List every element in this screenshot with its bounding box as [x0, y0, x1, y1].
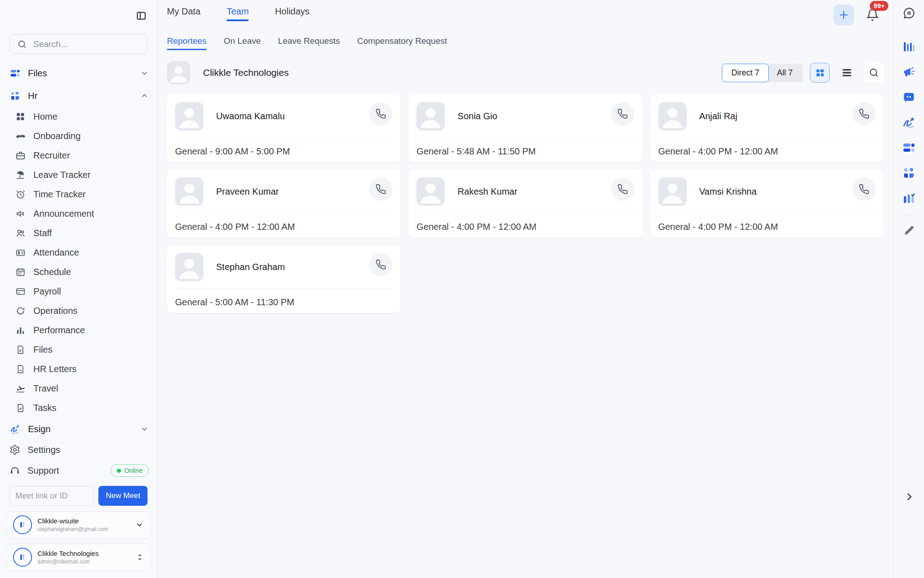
employee-avatar: [658, 177, 687, 206]
employee-card[interactable]: Vamsi Krishna General - 4:00 PM - 12:00 …: [650, 170, 884, 238]
sidebar-item-leave-tracker[interactable]: Leave Tracker: [0, 165, 157, 185]
shift-text: General - 5:48 AM - 11:50 PM: [416, 146, 634, 157]
call-button[interactable]: [369, 253, 393, 276]
search-team-button[interactable]: [864, 63, 884, 83]
search-icon: [17, 39, 27, 49]
meet-link-input[interactable]: [9, 486, 94, 506]
employee-card[interactable]: Stephan Graham General - 5:00 AM - 11:30…: [167, 245, 401, 313]
tab-team[interactable]: Team: [226, 6, 249, 21]
call-button[interactable]: [369, 177, 393, 201]
notifications-button[interactable]: 99+: [866, 8, 879, 22]
sidebar-section-hr[interactable]: Hr: [0, 84, 157, 107]
divider: [175, 138, 393, 138]
employee-name: Anjali Raj: [699, 111, 852, 121]
sidebar-item-recruiter[interactable]: Recruiter: [0, 146, 157, 165]
call-button[interactable]: [852, 177, 876, 201]
letter-icon: [15, 364, 26, 375]
employee-name: Sonia Gio: [457, 111, 610, 121]
collapse-sidebar-button[interactable]: [134, 9, 148, 23]
account-email: admin@clikkmail.com: [37, 559, 130, 565]
sidebar-item-support[interactable]: Support Online: [0, 461, 157, 480]
shift-text: General - 9:00 AM - 5:00 PM: [175, 146, 393, 157]
add-button[interactable]: [833, 5, 854, 25]
sidebar-item-performance[interactable]: Performance: [0, 321, 157, 340]
sidebar-item-staff[interactable]: Staff: [0, 224, 157, 243]
employee-card[interactable]: Rakesh Kumar General - 4:00 PM - 12:00 A…: [408, 170, 642, 238]
calendar-icon: [15, 267, 26, 278]
campaign-app-icon[interactable]: [901, 64, 917, 79]
tab-holidays[interactable]: Holidays: [275, 6, 310, 21]
sidebar-section-label: Hr: [28, 91, 133, 101]
sidebar-item-time-tracker[interactable]: Time Tracker: [0, 185, 157, 204]
account-email: stephandgraham@gmail.com: [37, 526, 129, 532]
projects-app-icon[interactable]: [901, 191, 917, 206]
search-icon: [869, 67, 879, 78]
sidebar-item-announcement[interactable]: Announcement: [0, 204, 157, 224]
sidebar-item-attendance[interactable]: Attendance: [0, 243, 157, 262]
sidebar-item-tasks[interactable]: Tasks: [0, 398, 157, 418]
sidebar-item-files[interactable]: Files: [0, 340, 157, 359]
list-view-button[interactable]: [837, 63, 857, 83]
chevron-down-icon: [140, 69, 149, 78]
direct-filter-button[interactable]: Direct 7: [722, 64, 769, 82]
plus-icon: [838, 9, 850, 21]
pencil-icon[interactable]: [901, 223, 917, 238]
sidebar-item-travel[interactable]: Travel: [0, 379, 157, 398]
chat-button[interactable]: [901, 5, 917, 21]
sidebar-search[interactable]: [9, 34, 148, 54]
sidebar-item-schedule[interactable]: Schedule: [0, 262, 157, 282]
tab-my-data[interactable]: My Data: [167, 6, 200, 21]
employee-name: Vamsi Krishna: [699, 186, 852, 197]
all-filter-button[interactable]: All 7: [767, 64, 803, 82]
chatbot-app-icon[interactable]: [901, 89, 917, 105]
files-app-icon[interactable]: [901, 140, 917, 155]
search-input[interactable]: [33, 39, 140, 49]
sidebar-item-home[interactable]: Home: [0, 107, 157, 126]
sidebar-section-label: Files: [28, 68, 133, 79]
subtab-leave-requests[interactable]: Leave Requests: [278, 36, 340, 50]
account-switcher-wsuite[interactable]: Clikkle-wsuite stephandgraham@gmail.com: [6, 511, 151, 538]
online-dot-icon: [117, 469, 121, 473]
grid-view-button[interactable]: [810, 63, 830, 83]
phone-icon: [617, 108, 628, 119]
sidebar-item-settings[interactable]: Settings: [0, 441, 157, 459]
plane-icon: [15, 383, 26, 394]
employee-card[interactable]: Uwaoma Kamalu General - 9:00 AM - 5:00 P…: [167, 94, 401, 162]
subtab-on-leave[interactable]: On Leave: [224, 36, 261, 50]
employee-avatar: [658, 102, 687, 131]
sidebar-item-hr-letters[interactable]: HR Letters: [0, 359, 157, 379]
employee-avatar: [416, 177, 445, 206]
call-button[interactable]: [852, 102, 876, 126]
new-meet-button[interactable]: New Meet: [98, 486, 148, 506]
call-button[interactable]: [611, 177, 634, 201]
document-icon: [15, 345, 26, 355]
status-badge: Online: [111, 464, 149, 477]
call-button[interactable]: [611, 102, 634, 126]
analytics-app-icon[interactable]: [901, 39, 917, 54]
employee-card[interactable]: Sonia Gio General - 5:48 AM - 11:50 PM: [408, 94, 642, 162]
subtab-compensatory-request[interactable]: Compensatory Request: [357, 36, 447, 50]
gear-icon: [9, 444, 20, 455]
sidebar-nav: Files Hr Home Onboarding Recruiter: [0, 62, 157, 574]
phone-icon: [375, 108, 386, 119]
chevron-right-icon: [904, 491, 915, 502]
employee-card[interactable]: Anjali Raj General - 4:00 PM - 12:00 AM: [650, 94, 884, 162]
esign-app-icon[interactable]: [901, 115, 917, 130]
employee-name: Rakesh Kumar: [457, 186, 610, 197]
sidebar-item-operations[interactable]: Operations: [0, 301, 157, 321]
phone-icon: [859, 108, 869, 119]
hr-app-icon[interactable]: [901, 165, 917, 181]
employee-card[interactable]: Praveen Kumar General - 4:00 PM - 12:00 …: [167, 170, 401, 238]
sidebar-section-files[interactable]: Files: [0, 62, 157, 84]
handshake-icon: [15, 131, 26, 142]
sidebar-item-onboarding[interactable]: Onboarding: [0, 126, 157, 146]
call-button[interactable]: [369, 102, 393, 126]
account-switcher-technologies[interactable]: Clikkle Technologies admin@clikkmail.com: [6, 544, 151, 571]
employee-avatar: [175, 102, 203, 131]
subtab-reportees[interactable]: Reportees: [167, 36, 207, 50]
sidebar-section-esign[interactable]: Esign: [0, 418, 157, 440]
account-name: Clikkle-wsuite: [37, 517, 129, 525]
expand-panel-button[interactable]: [904, 491, 915, 502]
sidebar-item-payroll[interactable]: Payroll: [0, 282, 157, 301]
primary-tabs: My Data Team Holidays: [167, 6, 310, 21]
